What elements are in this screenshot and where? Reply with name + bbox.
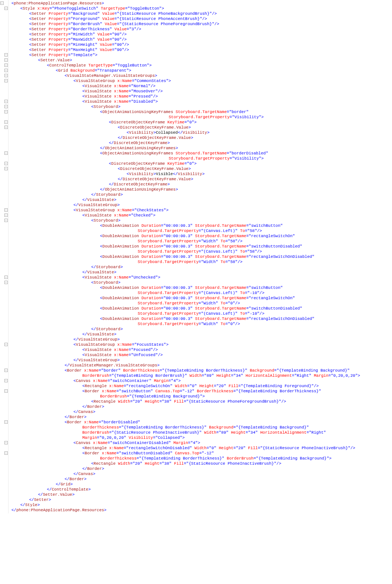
code-line[interactable]: <Setter.Value>: [11, 58, 392, 63]
code-line[interactable]: </Grid>: [11, 482, 392, 487]
code-line[interactable]: <ObjectAnimationUsingKeyFrames Storyboar…: [11, 151, 392, 156]
fold-toggle[interactable]: [4, 389, 8, 393]
code-line[interactable]: <Canvas x:Name="switchContainerDisabled"…: [11, 440, 392, 445]
code-line[interactable]: </DiscreteObjectKeyFrame>: [11, 140, 392, 146]
code-line[interactable]: <Setter Property="MinHeight" Value="90"/…: [11, 42, 392, 47]
code-line[interactable]: <ControlTemplate TargetType="ToggleButto…: [11, 63, 392, 68]
fold-toggle[interactable]: [4, 167, 8, 170]
fold-toggle[interactable]: [4, 7, 8, 10]
code-line[interactable]: <VisualStateManager.VisualStateGroups>: [11, 73, 392, 78]
code-line[interactable]: </Border>: [11, 404, 392, 409]
code-line[interactable]: <VisualState x:Name="MouseOver"/>: [11, 89, 392, 94]
code-line[interactable]: <Rectangle Width="20" Height="38" Fill="…: [11, 399, 392, 404]
fold-toggle[interactable]: [4, 58, 8, 62]
code-line[interactable]: <DiscreteObjectKeyFrame.Value>: [11, 166, 392, 171]
code-line[interactable]: <VisualState x:Name="Pressed"/>: [11, 94, 392, 99]
fold-toggle[interactable]: [4, 276, 8, 279]
fold-toggle[interactable]: [4, 69, 8, 72]
code-line[interactable]: <Border x:Name="borderDisabled": [11, 420, 392, 425]
code-line[interactable]: </VisualStateManager.VisualStateGroups>: [11, 363, 392, 368]
code-line[interactable]: <ObjectAnimationUsingKeyFrames Storyboar…: [11, 109, 392, 115]
code-line[interactable]: </DiscreteObjectKeyFrame.Value>: [11, 177, 392, 182]
fold-toggle[interactable]: [4, 343, 8, 346]
code-line[interactable]: </ControlTemplate>: [11, 487, 392, 492]
code-line[interactable]: Storyboard.TargetProperty="Width" To="58…: [11, 239, 392, 244]
code-line[interactable]: <VisualState x:Name="Unfocused"/>: [11, 352, 392, 358]
fold-toggle[interactable]: [4, 162, 8, 165]
code-line[interactable]: Storyboard.TargetProperty="Width" To="0"…: [11, 301, 392, 306]
code-line[interactable]: </VisualStateGroup>: [11, 337, 392, 342]
code-line[interactable]: <DoubleAnimation Duration="00:00:00.3" S…: [11, 254, 392, 259]
code-line[interactable]: Storyboard.TargetProperty="(Canvas.Left)…: [11, 249, 392, 254]
code-line[interactable]: BorderBrush="{StaticResource PhoneInacti…: [11, 430, 392, 435]
fold-toggle[interactable]: [4, 151, 8, 155]
code-line[interactable]: <Style x:Key="PhoneToggleSwitch" TargetT…: [11, 6, 392, 11]
code-line[interactable]: </ObjectAnimationUsingKeyFrames>: [11, 146, 392, 151]
fold-toggle[interactable]: [4, 451, 8, 455]
fold-toggle[interactable]: [4, 120, 8, 124]
code-line[interactable]: <DiscreteObjectKeyFrame KeyTime="0">: [11, 161, 392, 166]
fold-toggle[interactable]: [4, 219, 8, 222]
code-line[interactable]: <DiscreteObjectKeyFrame KeyTime="0">: [11, 120, 392, 125]
code-line[interactable]: </Border>: [11, 477, 392, 482]
code-line[interactable]: <Setter Property="MinWidth" Value="90"/>: [11, 32, 392, 37]
code-line[interactable]: </Canvas>: [11, 409, 392, 414]
code-line[interactable]: </Style>: [11, 502, 392, 508]
code-line[interactable]: <VisualState x:Name="Checked">: [11, 213, 392, 218]
code-line[interactable]: </VisualStateGroup>: [11, 202, 392, 208]
code-line[interactable]: <Setter Property="MaxHeight" Value="90"/…: [11, 47, 392, 52]
code-line[interactable]: <Border x:Name="border" BorderThickness=…: [11, 368, 392, 373]
fold-toggle[interactable]: [4, 379, 8, 382]
code-line[interactable]: <Setter Property="Foreground" Value="{St…: [11, 16, 392, 21]
code-line[interactable]: <DoubleAnimation Duration="00:00:00.3" S…: [11, 316, 392, 321]
code-line[interactable]: <Setter Property="BorderThickness" Value…: [11, 27, 392, 32]
fold-toggle[interactable]: [4, 369, 8, 372]
code-line[interactable]: Margin="0,20,0,20" Visibility="Collapsed…: [11, 435, 392, 440]
code-line[interactable]: </ObjectAnimationUsingKeyFrames>: [11, 187, 392, 192]
code-line[interactable]: </Storyboard>: [11, 192, 392, 197]
code-line[interactable]: </DiscreteObjectKeyFrame>: [11, 182, 392, 187]
code-line[interactable]: Storyboard.TargetProperty="(Canvas.Left)…: [11, 290, 392, 296]
code-line[interactable]: <Rectangle x:Name="rectangleSwitchOn" Wi…: [11, 383, 392, 389]
code-line[interactable]: <VisualState x:Name="Unchecked">: [11, 275, 392, 280]
code-line[interactable]: <Setter Property="Background" Value="{St…: [11, 11, 392, 16]
code-line[interactable]: </Canvas>: [11, 471, 392, 477]
code-line[interactable]: Storyboard.TargetProperty="Width" To="58…: [11, 259, 392, 264]
fold-toggle[interactable]: [4, 53, 8, 57]
code-line[interactable]: <Grid Background="Transparent">: [11, 68, 392, 73]
code-line[interactable]: <VisualState x:Name="Normal"/>: [11, 83, 392, 89]
code-line[interactable]: <DoubleAnimation Duration="00:00:00.3" S…: [11, 244, 392, 249]
code-line[interactable]: <DiscreteObjectKeyFrame.Value>: [11, 125, 392, 130]
code-line[interactable]: <Rectangle x:Name="rectangleSwitchOnDisa…: [11, 445, 392, 451]
code-editor[interactable]: <phone:PhoneApplicationPage.Resources><S…: [8, 0, 392, 513]
code-line[interactable]: <Storyboard>: [11, 218, 392, 223]
code-line[interactable]: <Visibility>Collapsed</Visibility>: [11, 130, 392, 135]
code-line[interactable]: Storyboard.TargetProperty="Visibility">: [11, 156, 392, 161]
code-line[interactable]: Storyboard.TargetProperty="(Canvas.Left)…: [11, 228, 392, 233]
code-line[interactable]: </phone:PhoneApplicationPage.Resources>: [11, 508, 392, 513]
code-line[interactable]: </Setter.Value>: [11, 492, 392, 497]
code-line[interactable]: BorderThickness="{TemplateBinding Border…: [11, 425, 392, 430]
code-line[interactable]: <Border x:Name="switchButton" Canvas.Top…: [11, 389, 392, 394]
fold-toggle[interactable]: [4, 126, 8, 129]
fold-toggle[interactable]: [4, 100, 8, 103]
fold-toggle[interactable]: [4, 441, 8, 444]
code-line[interactable]: </Border>: [11, 466, 392, 471]
code-line[interactable]: <Storyboard>: [11, 104, 392, 109]
code-line[interactable]: </Storyboard>: [11, 264, 392, 270]
code-line[interactable]: Storyboard.TargetProperty="(Canvas.Left)…: [11, 311, 392, 316]
fold-toggle[interactable]: [4, 64, 8, 67]
fold-gutter[interactable]: [0, 0, 8, 513]
code-line[interactable]: <VisualStateGroup x:Name="FocusStates">: [11, 342, 392, 347]
code-line[interactable]: </Setter>: [11, 497, 392, 502]
code-line[interactable]: <Storyboard>: [11, 280, 392, 285]
fold-toggle[interactable]: [4, 214, 8, 217]
code-line[interactable]: <DoubleAnimation Duration="00:00:00.3" S…: [11, 296, 392, 301]
code-line[interactable]: BorderThickness="{TemplateBinding Border…: [11, 456, 392, 461]
code-line[interactable]: <DoubleAnimation Duration="00:00:00.3" S…: [11, 306, 392, 311]
code-line[interactable]: <Setter Property="BorderBrush" Value="{S…: [11, 21, 392, 27]
code-line[interactable]: <phone:PhoneApplicationPage.Resources>: [11, 1, 392, 6]
fold-toggle[interactable]: [4, 74, 8, 77]
code-line[interactable]: </Storyboard>: [11, 327, 392, 332]
code-line[interactable]: </VisualStateGroup>: [11, 358, 392, 363]
